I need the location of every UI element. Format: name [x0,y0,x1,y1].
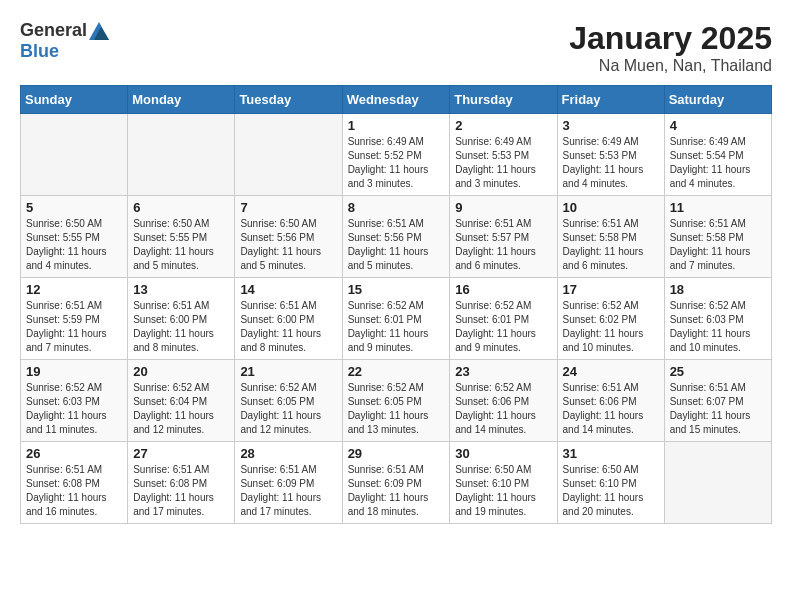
weekday-header-monday: Monday [128,86,235,114]
calendar-cell: 9Sunrise: 6:51 AM Sunset: 5:57 PM Daylig… [450,196,557,278]
weekday-header-sunday: Sunday [21,86,128,114]
day-number: 17 [563,282,659,297]
weekday-header-friday: Friday [557,86,664,114]
day-info: Sunrise: 6:51 AM Sunset: 6:09 PM Dayligh… [348,463,445,519]
calendar-cell: 8Sunrise: 6:51 AM Sunset: 5:56 PM Daylig… [342,196,450,278]
calendar-cell: 31Sunrise: 6:50 AM Sunset: 6:10 PM Dayli… [557,442,664,524]
calendar-cell: 26Sunrise: 6:51 AM Sunset: 6:08 PM Dayli… [21,442,128,524]
calendar-cell: 17Sunrise: 6:52 AM Sunset: 6:02 PM Dayli… [557,278,664,360]
day-number: 10 [563,200,659,215]
calendar-cell: 10Sunrise: 6:51 AM Sunset: 5:58 PM Dayli… [557,196,664,278]
day-number: 11 [670,200,766,215]
week-row-2: 5Sunrise: 6:50 AM Sunset: 5:55 PM Daylig… [21,196,772,278]
week-row-5: 26Sunrise: 6:51 AM Sunset: 6:08 PM Dayli… [21,442,772,524]
weekday-header-saturday: Saturday [664,86,771,114]
calendar-cell: 24Sunrise: 6:51 AM Sunset: 6:06 PM Dayli… [557,360,664,442]
day-number: 14 [240,282,336,297]
day-number: 2 [455,118,551,133]
day-info: Sunrise: 6:51 AM Sunset: 6:06 PM Dayligh… [563,381,659,437]
day-number: 5 [26,200,122,215]
day-number: 31 [563,446,659,461]
logo: General Blue [20,20,109,62]
calendar-cell [235,114,342,196]
day-number: 26 [26,446,122,461]
day-info: Sunrise: 6:52 AM Sunset: 6:02 PM Dayligh… [563,299,659,355]
weekday-header-tuesday: Tuesday [235,86,342,114]
calendar-cell: 2Sunrise: 6:49 AM Sunset: 5:53 PM Daylig… [450,114,557,196]
calendar-cell [21,114,128,196]
calendar-cell: 4Sunrise: 6:49 AM Sunset: 5:54 PM Daylig… [664,114,771,196]
day-number: 27 [133,446,229,461]
calendar-cell: 25Sunrise: 6:51 AM Sunset: 6:07 PM Dayli… [664,360,771,442]
day-info: Sunrise: 6:49 AM Sunset: 5:54 PM Dayligh… [670,135,766,191]
day-info: Sunrise: 6:51 AM Sunset: 5:56 PM Dayligh… [348,217,445,273]
day-info: Sunrise: 6:49 AM Sunset: 5:52 PM Dayligh… [348,135,445,191]
weekday-header-wednesday: Wednesday [342,86,450,114]
day-number: 12 [26,282,122,297]
day-info: Sunrise: 6:51 AM Sunset: 5:59 PM Dayligh… [26,299,122,355]
calendar-cell: 22Sunrise: 6:52 AM Sunset: 6:05 PM Dayli… [342,360,450,442]
calendar-cell: 23Sunrise: 6:52 AM Sunset: 6:06 PM Dayli… [450,360,557,442]
day-number: 6 [133,200,229,215]
calendar-cell: 28Sunrise: 6:51 AM Sunset: 6:09 PM Dayli… [235,442,342,524]
calendar-cell: 6Sunrise: 6:50 AM Sunset: 5:55 PM Daylig… [128,196,235,278]
day-info: Sunrise: 6:50 AM Sunset: 5:55 PM Dayligh… [26,217,122,273]
day-number: 29 [348,446,445,461]
day-info: Sunrise: 6:49 AM Sunset: 5:53 PM Dayligh… [455,135,551,191]
calendar-title: January 2025 [569,20,772,57]
day-number: 3 [563,118,659,133]
page-header: General Blue January 2025 Na Muen, Nan, … [20,20,772,75]
calendar-cell: 19Sunrise: 6:52 AM Sunset: 6:03 PM Dayli… [21,360,128,442]
day-info: Sunrise: 6:52 AM Sunset: 6:03 PM Dayligh… [670,299,766,355]
calendar-cell: 20Sunrise: 6:52 AM Sunset: 6:04 PM Dayli… [128,360,235,442]
calendar-cell: 30Sunrise: 6:50 AM Sunset: 6:10 PM Dayli… [450,442,557,524]
day-info: Sunrise: 6:52 AM Sunset: 6:01 PM Dayligh… [348,299,445,355]
day-info: Sunrise: 6:50 AM Sunset: 6:10 PM Dayligh… [563,463,659,519]
calendar-cell [664,442,771,524]
day-info: Sunrise: 6:52 AM Sunset: 6:05 PM Dayligh… [240,381,336,437]
calendar-cell: 27Sunrise: 6:51 AM Sunset: 6:08 PM Dayli… [128,442,235,524]
day-info: Sunrise: 6:49 AM Sunset: 5:53 PM Dayligh… [563,135,659,191]
day-info: Sunrise: 6:51 AM Sunset: 6:08 PM Dayligh… [133,463,229,519]
day-number: 21 [240,364,336,379]
calendar-subtitle: Na Muen, Nan, Thailand [569,57,772,75]
day-number: 23 [455,364,551,379]
day-number: 16 [455,282,551,297]
day-info: Sunrise: 6:51 AM Sunset: 5:58 PM Dayligh… [563,217,659,273]
week-row-3: 12Sunrise: 6:51 AM Sunset: 5:59 PM Dayli… [21,278,772,360]
day-info: Sunrise: 6:52 AM Sunset: 6:04 PM Dayligh… [133,381,229,437]
calendar-cell: 5Sunrise: 6:50 AM Sunset: 5:55 PM Daylig… [21,196,128,278]
day-number: 7 [240,200,336,215]
day-info: Sunrise: 6:50 AM Sunset: 5:55 PM Dayligh… [133,217,229,273]
day-info: Sunrise: 6:52 AM Sunset: 6:05 PM Dayligh… [348,381,445,437]
day-info: Sunrise: 6:52 AM Sunset: 6:01 PM Dayligh… [455,299,551,355]
day-info: Sunrise: 6:51 AM Sunset: 6:09 PM Dayligh… [240,463,336,519]
day-info: Sunrise: 6:50 AM Sunset: 6:10 PM Dayligh… [455,463,551,519]
day-info: Sunrise: 6:51 AM Sunset: 5:57 PM Dayligh… [455,217,551,273]
day-info: Sunrise: 6:51 AM Sunset: 6:08 PM Dayligh… [26,463,122,519]
week-row-1: 1Sunrise: 6:49 AM Sunset: 5:52 PM Daylig… [21,114,772,196]
calendar-header: SundayMondayTuesdayWednesdayThursdayFrid… [21,86,772,114]
calendar-cell: 21Sunrise: 6:52 AM Sunset: 6:05 PM Dayli… [235,360,342,442]
day-number: 19 [26,364,122,379]
day-number: 8 [348,200,445,215]
calendar-cell: 18Sunrise: 6:52 AM Sunset: 6:03 PM Dayli… [664,278,771,360]
calendar-cell: 7Sunrise: 6:50 AM Sunset: 5:56 PM Daylig… [235,196,342,278]
calendar-cell: 14Sunrise: 6:51 AM Sunset: 6:00 PM Dayli… [235,278,342,360]
calendar-cell: 11Sunrise: 6:51 AM Sunset: 5:58 PM Dayli… [664,196,771,278]
calendar-cell: 15Sunrise: 6:52 AM Sunset: 6:01 PM Dayli… [342,278,450,360]
day-number: 15 [348,282,445,297]
calendar-cell: 1Sunrise: 6:49 AM Sunset: 5:52 PM Daylig… [342,114,450,196]
day-number: 1 [348,118,445,133]
week-row-4: 19Sunrise: 6:52 AM Sunset: 6:03 PM Dayli… [21,360,772,442]
day-info: Sunrise: 6:50 AM Sunset: 5:56 PM Dayligh… [240,217,336,273]
calendar-cell: 3Sunrise: 6:49 AM Sunset: 5:53 PM Daylig… [557,114,664,196]
logo-icon [89,22,109,40]
calendar-cell: 12Sunrise: 6:51 AM Sunset: 5:59 PM Dayli… [21,278,128,360]
day-number: 4 [670,118,766,133]
calendar-table: SundayMondayTuesdayWednesdayThursdayFrid… [20,85,772,524]
logo-blue-text: Blue [20,41,59,61]
weekday-header-row: SundayMondayTuesdayWednesdayThursdayFrid… [21,86,772,114]
day-info: Sunrise: 6:51 AM Sunset: 6:07 PM Dayligh… [670,381,766,437]
day-number: 20 [133,364,229,379]
